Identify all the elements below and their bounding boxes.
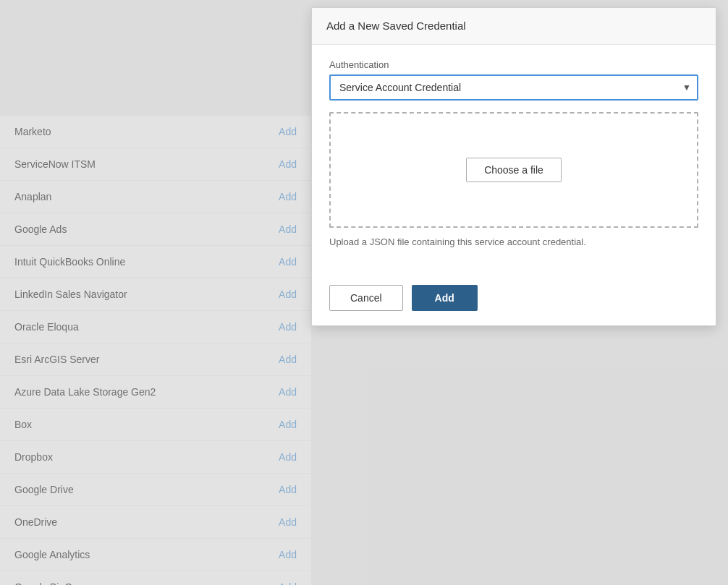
file-upload-area[interactable]: Choose a file <box>329 112 698 228</box>
auth-select[interactable]: Service Account CredentialOAuthAPI KeyBa… <box>329 74 698 101</box>
upload-hint: Upload a JSON file containing this servi… <box>329 236 698 247</box>
modal-title: Add a New Saved Credential <box>326 20 466 32</box>
auth-label: Authentication <box>329 59 698 70</box>
auth-select-wrapper: Service Account CredentialOAuthAPI KeyBa… <box>329 74 698 101</box>
add-button[interactable]: Add <box>412 285 478 311</box>
modal-body: Authentication Service Account Credentia… <box>312 45 716 276</box>
cancel-button[interactable]: Cancel <box>329 285 403 311</box>
modal-footer: Cancel Add <box>312 276 716 325</box>
add-credential-modal: Add a New Saved Credential Authenticatio… <box>311 7 716 326</box>
modal-header: Add a New Saved Credential <box>312 8 716 45</box>
choose-file-button[interactable]: Choose a file <box>466 158 562 182</box>
